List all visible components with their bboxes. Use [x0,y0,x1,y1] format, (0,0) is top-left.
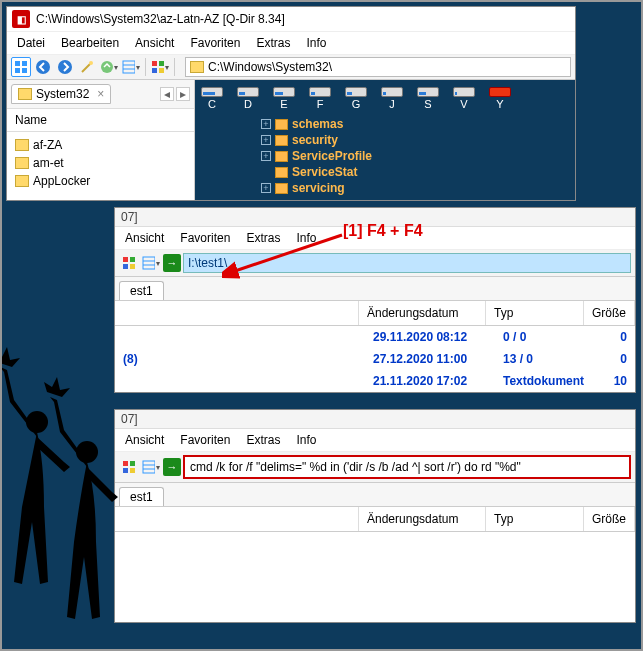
expand-icon[interactable]: + [261,183,271,193]
list-item[interactable]: (8) 27.12.2020 11:00 13 / 0 0 [115,348,635,370]
folder-icon [190,61,204,73]
tab-label: System32 [36,87,89,101]
column-header-name[interactable]: Name [7,109,194,132]
go-button[interactable]: → [163,254,181,272]
menu-view[interactable]: Ansicht [125,433,164,447]
tree-item[interactable]: +servicing [261,180,569,196]
menu-view[interactable]: Ansicht [125,231,164,245]
folder-button[interactable]: ▾ [99,57,119,77]
layout-view-button[interactable] [11,57,31,77]
svg-rect-26 [143,461,155,473]
tree-item[interactable]: AppLocker [15,172,186,190]
svg-rect-25 [130,468,135,473]
column-header-size[interactable]: Größe [584,301,635,325]
left-pane: System32 × ◂ ▸ Name af-ZA am-et AppLocke… [7,80,195,200]
svg-rect-15 [123,257,128,262]
drive-y[interactable]: Y [489,87,511,110]
color-button[interactable] [119,457,139,477]
menu-favorites[interactable]: Favoriten [180,433,230,447]
menu-edit[interactable]: Bearbeiten [61,36,119,50]
tab-scroll-left[interactable]: ◂ [160,87,174,101]
folder-icon [275,183,288,194]
menu-file[interactable]: Datei [17,36,45,50]
column-header-type[interactable]: Typ [486,301,584,325]
nav-back-button[interactable] [33,57,53,77]
window-title: C:\Windows\System32\az-Latn-AZ [Q-Dir 8.… [36,12,285,26]
tab-system32[interactable]: System32 × [11,84,111,104]
color-button[interactable]: ▾ [150,57,170,77]
column-header-type[interactable]: Typ [486,507,584,531]
menu-info[interactable]: Info [296,433,316,447]
column-header-name[interactable] [115,507,359,531]
tree-item[interactable]: +ServiceProfile [261,148,569,164]
nav-forward-button[interactable] [55,57,75,77]
menu-favorites[interactable]: Favoriten [180,231,230,245]
expand-icon[interactable]: + [261,135,271,145]
svg-rect-2 [15,68,20,73]
file-list: 29.11.2020 08:12 0 / 0 0 (8) 27.12.2020 … [115,326,635,392]
expand-icon[interactable]: + [261,119,271,129]
svg-rect-11 [152,61,157,66]
menu-view[interactable]: Ansicht [135,36,174,50]
tree-item[interactable]: af-ZA [15,136,186,154]
folder-icon [15,139,29,151]
tab-scroll-right[interactable]: ▸ [176,87,190,101]
menubar: Ansicht Favoriten Extras Info [115,429,635,452]
svg-rect-24 [123,468,128,473]
view-mode-button[interactable]: ▾ [141,457,161,477]
drive-s[interactable]: S [417,87,439,110]
menu-extras[interactable]: Extras [246,433,280,447]
view-mode-button[interactable]: ▾ [121,57,141,77]
svg-rect-23 [130,461,135,466]
column-header-name[interactable] [115,301,359,325]
svg-rect-13 [152,68,157,73]
list-item[interactable]: 29.11.2020 08:12 0 / 0 0 [115,326,635,348]
address-input[interactable]: I:\test1\ [183,253,631,273]
folder-icon [15,175,29,187]
folder-icon [275,119,288,130]
svg-rect-3 [22,68,27,73]
toolbar: ▾ → cmd /k for /f "delims=" %d in ('dir … [115,452,635,483]
drive-v[interactable]: V [453,87,475,110]
column-header-date[interactable]: Änderungsdatum [359,507,486,531]
tree-item[interactable]: +security [261,132,569,148]
menu-info[interactable]: Info [306,36,326,50]
drive-d[interactable]: D [237,87,259,110]
expand-icon[interactable]: + [261,151,271,161]
list-item[interactable]: 21.11.2020 17:02 Textdokument 10 [115,370,635,392]
titlebar[interactable]: ◧ C:\Windows\System32\az-Latn-AZ [Q-Dir … [7,7,575,31]
menu-info[interactable]: Info [296,231,316,245]
color-button[interactable] [119,253,139,273]
go-button[interactable]: → [163,458,181,476]
drive-e[interactable]: E [273,87,295,110]
drive-f[interactable]: F [309,87,331,110]
menu-extras[interactable]: Extras [256,36,290,50]
command-input[interactable]: cmd /k for /f "delims=" %d in ('dir /s /… [183,455,631,479]
drive-c[interactable]: C [201,87,223,110]
folder-icon [275,151,288,162]
drive-g[interactable]: G [345,87,367,110]
tree-item[interactable]: am-et [15,154,186,172]
qdir-window-bot: 07] Ansicht Favoriten Extras Info ▾ → cm… [114,409,636,623]
menu-extras[interactable]: Extras [246,231,280,245]
qdir-main-window: ◧ C:\Windows\System32\az-Latn-AZ [Q-Dir … [6,6,576,201]
svg-rect-0 [15,61,20,66]
menubar: Datei Bearbeiten Ansicht Favoriten Extra… [7,31,575,55]
tab-test1[interactable]: est1 [119,281,164,300]
menu-favorites[interactable]: Favoriten [190,36,240,50]
view-mode-button[interactable]: ▾ [141,253,161,273]
tab-test1[interactable]: est1 [119,487,164,506]
address-bar[interactable]: C:\Windows\System32\ [185,57,571,77]
svg-rect-19 [143,257,155,269]
column-header-date[interactable]: Änderungsdatum [359,301,486,325]
tree-item[interactable]: ServiceStat [261,164,569,180]
drive-j[interactable]: J [381,87,403,110]
close-icon[interactable]: × [97,87,104,101]
right-pane: C D E F G J S V Y +schemas +security +Se… [195,80,575,200]
toolbar: ▾ ▾ ▾ C:\Windows\System32\ [7,55,575,80]
column-header-size[interactable]: Größe [584,507,635,531]
tree-item[interactable]: +schemas [261,116,569,132]
magic-button[interactable] [77,57,97,77]
tab-strip: System32 × ◂ ▸ [7,80,194,109]
svg-rect-8 [123,61,135,73]
